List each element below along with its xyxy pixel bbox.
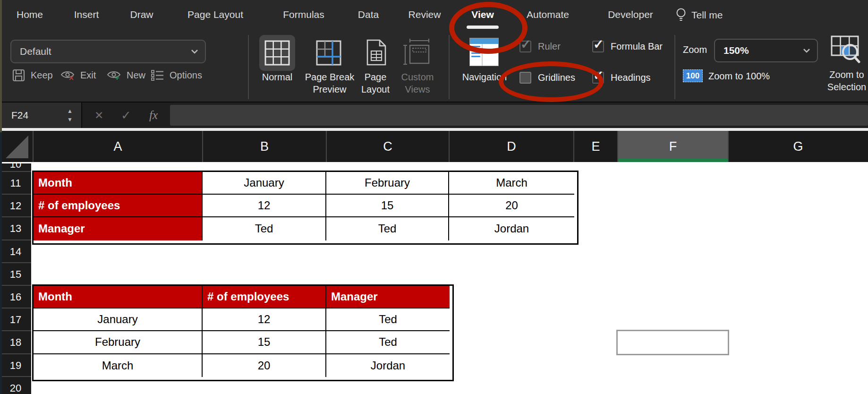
name-box-stepper[interactable]: ▲ ▼ xyxy=(67,107,73,124)
cell-b18[interactable]: 15 xyxy=(203,331,326,354)
stepper-down-icon[interactable]: ▼ xyxy=(67,115,73,124)
sheet-view-selector-value: Default xyxy=(11,46,191,57)
cell-d12[interactable]: 20 xyxy=(449,195,574,217)
plus-icon: + xyxy=(115,73,119,83)
fx-icon[interactable]: fx xyxy=(149,103,158,128)
row-header-10[interactable]: 10 xyxy=(0,163,31,171)
enter-icon[interactable]: ✓ xyxy=(121,103,131,128)
cell-b11[interactable]: January xyxy=(203,172,326,195)
options-list-icon xyxy=(151,69,164,81)
keep-button[interactable]: Keep xyxy=(12,67,53,83)
tab-view[interactable]: View xyxy=(471,3,494,26)
headings-checkbox[interactable]: ✓ Headings xyxy=(592,72,651,83)
column-header-divider xyxy=(202,131,203,162)
cell-a13[interactable]: Manager xyxy=(34,217,203,240)
cell-d11[interactable]: March xyxy=(449,172,574,195)
cell-c18[interactable]: Ted xyxy=(326,331,450,354)
table-horizontal: MonthJanuaryFebruaryMarch# of employees1… xyxy=(32,171,579,245)
column-header-a[interactable]: A xyxy=(33,131,203,162)
tab-formulas[interactable]: Formulas xyxy=(283,3,324,26)
name-box[interactable]: F24 ▲ ▼ xyxy=(0,103,81,128)
tab-page-layout[interactable]: Page Layout xyxy=(187,3,243,26)
cell-a11[interactable]: Month xyxy=(34,172,203,195)
exit-button[interactable]: ✕ Exit xyxy=(60,67,96,83)
row-header-13[interactable]: 13 xyxy=(0,217,31,240)
select-all-corner[interactable] xyxy=(0,131,33,162)
cell-b12[interactable]: 12 xyxy=(203,195,326,217)
page-break-preview-icon[interactable] xyxy=(315,40,342,66)
stepper-up-icon[interactable]: ▲ xyxy=(67,107,73,115)
group-divider xyxy=(674,35,675,99)
cell-c17[interactable]: Ted xyxy=(326,308,450,331)
checkmark-icon: ✓ xyxy=(593,37,604,52)
column-header-f[interactable]: F xyxy=(618,131,728,162)
row-header-11[interactable]: 11 xyxy=(0,172,31,195)
new-button[interactable]: + New xyxy=(107,67,145,83)
zoom-to-selection-label-1[interactable]: Zoom to xyxy=(829,69,864,80)
tab-developer[interactable]: Developer xyxy=(608,3,653,26)
checkbox-icon: ✓ xyxy=(592,72,604,84)
cell-d13[interactable]: Jordan xyxy=(449,217,574,240)
cell-a18[interactable]: February xyxy=(34,331,203,354)
tab-review[interactable]: Review xyxy=(408,3,441,26)
column-header-c[interactable]: C xyxy=(326,131,449,162)
tell-me-button[interactable]: Tell me xyxy=(675,7,723,24)
cell-b16[interactable]: # of employees xyxy=(203,286,326,308)
page-layout-icon[interactable] xyxy=(365,39,387,66)
page-layout-label-2: Layout xyxy=(361,84,390,95)
cell-a16[interactable]: Month xyxy=(34,286,203,308)
row-header-18[interactable]: 18 xyxy=(0,331,31,354)
cell-a12[interactable]: # of employees xyxy=(34,195,203,217)
column-header-b[interactable]: B xyxy=(203,131,326,162)
cell-a19[interactable]: March xyxy=(34,354,203,377)
row-header-19[interactable]: 19 xyxy=(0,354,31,377)
bordered-empty-cell[interactable] xyxy=(616,330,729,355)
options-button[interactable]: Options xyxy=(151,67,202,83)
row-header-17[interactable]: 17 xyxy=(0,308,31,331)
cell-b13[interactable]: Ted xyxy=(203,217,326,240)
zoom-to-selection-icon[interactable] xyxy=(830,35,860,65)
cell-c19[interactable]: Jordan xyxy=(326,354,450,377)
cell-c13[interactable]: Ted xyxy=(326,217,449,240)
formula-input[interactable] xyxy=(170,105,868,126)
gridlines-checkbox[interactable]: Gridlines xyxy=(519,72,575,83)
cell-b17[interactable]: 12 xyxy=(203,308,326,331)
page-break-preview-label-1: Page Break xyxy=(305,71,355,83)
tab-home[interactable]: Home xyxy=(17,3,43,26)
column-header-g[interactable]: G xyxy=(728,131,868,162)
cell-c11[interactable]: February xyxy=(326,172,449,195)
ruler-checkbox[interactable]: ✓ Ruler xyxy=(519,41,561,52)
cancel-icon[interactable]: ✕ xyxy=(94,103,103,128)
name-box-value: F24 xyxy=(11,103,28,128)
column-header-divider xyxy=(33,131,34,162)
tab-draw[interactable]: Draw xyxy=(130,3,153,26)
tab-automate[interactable]: Automate xyxy=(527,3,569,26)
cell-b19[interactable]: 20 xyxy=(203,354,326,377)
sheet-view-selector[interactable]: Default xyxy=(10,40,206,63)
column-header-d[interactable]: D xyxy=(449,131,574,162)
zoom-dropdown[interactable]: 150% xyxy=(714,39,818,62)
column-header-divider xyxy=(617,131,618,162)
gridlines-label: Gridlines xyxy=(538,72,575,83)
cell-c16[interactable]: Manager xyxy=(326,286,450,308)
tell-me-label: Tell me xyxy=(691,9,723,21)
x-mark-icon: ✕ xyxy=(68,74,74,82)
cell-a17[interactable]: January xyxy=(34,308,203,331)
tab-insert[interactable]: Insert xyxy=(74,3,99,26)
cell-c12[interactable]: 15 xyxy=(326,195,449,217)
checkbox-icon: ✓ xyxy=(592,41,604,52)
row-header-16[interactable]: 16 xyxy=(0,286,31,308)
row-header-20[interactable]: 20 xyxy=(0,377,31,394)
tab-data[interactable]: Data xyxy=(358,3,379,26)
column-header-e[interactable]: E xyxy=(574,131,618,162)
zoom-to-100-button[interactable]: Zoom to 100% xyxy=(708,71,770,82)
row-header-12[interactable]: 12 xyxy=(0,195,31,217)
custom-views-icon[interactable] xyxy=(402,38,432,67)
lightbulb-icon xyxy=(675,7,687,23)
row-header-14[interactable]: 14 xyxy=(0,240,31,263)
navigation-button[interactable]: Navigation xyxy=(462,71,507,83)
chevron-down-icon xyxy=(191,49,198,54)
table-vertical: Month# of employeesManagerJanuary12TedFe… xyxy=(32,284,454,381)
row-header-15[interactable]: 15 xyxy=(0,263,31,286)
formula-bar-checkbox[interactable]: ✓ Formula Bar xyxy=(592,41,663,52)
